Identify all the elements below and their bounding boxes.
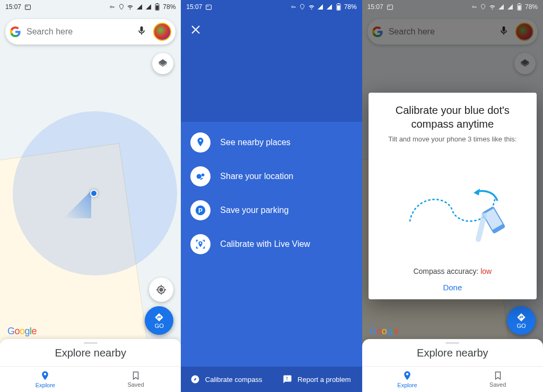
modal-title: Calibrate your blue dot's compass anytim… bbox=[377, 103, 528, 131]
go-button-label: GO bbox=[516, 323, 526, 329]
status-bar: 15:07 78% bbox=[0, 0, 181, 14]
sheet-handle[interactable] bbox=[84, 342, 98, 344]
menu-calibrate-liveview[interactable]: Calibrate with Live View bbox=[190, 234, 352, 254]
search-bar[interactable]: Search here bbox=[5, 19, 176, 44]
menu-save-parking[interactable]: P Save your parking bbox=[190, 200, 352, 220]
nav-saved[interactable]: Saved bbox=[91, 367, 181, 392]
modal-subtitle: Tilt and move your phone 3 times like th… bbox=[377, 135, 528, 143]
nav-explore: Explore bbox=[362, 367, 453, 392]
svg-rect-4 bbox=[156, 3, 158, 4]
vpn-key-icon bbox=[109, 4, 116, 11]
pin-icon bbox=[402, 370, 413, 381]
calibrate-compass-label: Calibrate compass bbox=[205, 376, 262, 384]
screen-map: 15:07 78% Search here GO bbox=[0, 0, 181, 392]
svg-text:P: P bbox=[198, 207, 203, 215]
menu-see-nearby[interactable]: See nearby places bbox=[190, 132, 352, 153]
close-button[interactable] bbox=[189, 23, 202, 38]
sheet-title: Explore nearby bbox=[417, 347, 488, 359]
nav-explore[interactable]: Explore bbox=[0, 367, 91, 392]
pin-icon bbox=[40, 370, 50, 381]
svg-rect-10 bbox=[338, 3, 339, 4]
status-time: 15:07 bbox=[367, 3, 383, 11]
nav-saved-label: Saved bbox=[489, 381, 506, 388]
nav-explore-label: Explore bbox=[397, 382, 417, 388]
svg-rect-5 bbox=[156, 5, 159, 10]
figure-eight-illustration bbox=[377, 143, 528, 267]
svg-rect-18 bbox=[388, 6, 390, 6]
menu-item-label: Share your location bbox=[220, 172, 293, 181]
report-problem-button[interactable]: Report a problem bbox=[272, 367, 362, 392]
profile-avatar[interactable] bbox=[153, 23, 171, 41]
location-status-icon bbox=[480, 4, 487, 11]
calibrate-modal: Calibrate your blue dot's compass anytim… bbox=[369, 93, 537, 299]
calibrate-compass-button[interactable]: Calibrate compass bbox=[181, 367, 272, 392]
google-watermark: Google bbox=[370, 326, 399, 337]
crosshair-icon bbox=[155, 284, 167, 296]
svg-marker-23 bbox=[474, 189, 480, 195]
mic-icon[interactable] bbox=[136, 25, 148, 38]
wifi-icon bbox=[127, 4, 134, 11]
bookmark-icon bbox=[131, 371, 141, 380]
svg-point-19 bbox=[472, 6, 474, 7]
battery-icon bbox=[335, 4, 342, 11]
battery-icon bbox=[154, 4, 161, 11]
svg-rect-22 bbox=[518, 5, 521, 10]
menu-item-label: See nearby places bbox=[220, 138, 291, 147]
status-battery-pct: 78% bbox=[525, 3, 538, 11]
nav-saved-label: Saved bbox=[127, 381, 144, 388]
bluedot-top-panel bbox=[181, 0, 362, 122]
parking-icon: P bbox=[190, 200, 211, 220]
sheet-title: Explore nearby bbox=[55, 347, 126, 359]
search-placeholder: Search here bbox=[27, 27, 131, 37]
vpn-key-icon bbox=[471, 4, 478, 11]
svg-point-2 bbox=[110, 6, 112, 7]
status-bar: 15:07 78% bbox=[181, 0, 362, 14]
phone-icon bbox=[468, 206, 505, 242]
location-status-icon bbox=[118, 4, 125, 11]
status-time: 15:07 bbox=[5, 3, 21, 11]
menu-item-label: Save your parking bbox=[220, 206, 288, 215]
directions-icon bbox=[516, 313, 526, 322]
svg-rect-7 bbox=[207, 6, 209, 6]
screen-bluedot-menu: 15:07 78% See nearby places Share your bbox=[181, 0, 362, 392]
accuracy-line: Compass accuracy: low bbox=[377, 267, 528, 275]
bookmark-icon bbox=[493, 371, 503, 380]
google-watermark: Google bbox=[7, 326, 37, 337]
signal-icon bbox=[498, 4, 505, 11]
share-location-icon bbox=[190, 166, 211, 186]
compass-icon bbox=[190, 375, 200, 384]
done-button[interactable]: Done bbox=[377, 283, 528, 292]
vpn-key-icon bbox=[290, 4, 297, 11]
status-battery-pct: 78% bbox=[344, 3, 357, 11]
close-icon bbox=[189, 23, 202, 36]
go-button-label: GO bbox=[155, 323, 164, 329]
menu-share-location[interactable]: Share your location bbox=[190, 166, 352, 186]
svg-rect-17 bbox=[387, 5, 392, 10]
go-button[interactable]: GO bbox=[145, 306, 173, 335]
screen-calibrate-modal: Search here GO Google Explore nearby Exp… bbox=[362, 0, 543, 392]
svg-rect-1 bbox=[26, 6, 28, 6]
svg-point-12 bbox=[197, 174, 202, 179]
nav-explore-label: Explore bbox=[36, 382, 55, 388]
menu-item-label: Calibrate with Live View bbox=[220, 239, 310, 249]
svg-point-8 bbox=[291, 6, 293, 7]
layers-icon bbox=[157, 58, 168, 69]
svg-rect-6 bbox=[206, 5, 212, 10]
my-location-button[interactable] bbox=[149, 278, 173, 302]
report-problem-label: Report a problem bbox=[297, 376, 351, 384]
go-button: GO bbox=[507, 306, 536, 335]
wifi-icon bbox=[489, 4, 496, 11]
signal-icon-2 bbox=[507, 4, 514, 11]
accuracy-label: Compass accuracy: bbox=[413, 267, 478, 275]
bottom-nav: Explore Saved bbox=[0, 367, 181, 392]
svg-point-13 bbox=[202, 174, 205, 177]
status-bar: 15:07 78% bbox=[362, 0, 543, 14]
status-time: 15:07 bbox=[186, 3, 202, 11]
bottom-nav: Explore Saved bbox=[362, 367, 543, 392]
blue-dot-icon[interactable] bbox=[90, 190, 98, 197]
notification-icon bbox=[387, 4, 393, 11]
explore-sheet[interactable]: Explore nearby bbox=[0, 339, 181, 367]
notification-icon bbox=[24, 4, 31, 11]
notification-icon bbox=[205, 4, 212, 11]
wifi-icon bbox=[308, 4, 315, 11]
